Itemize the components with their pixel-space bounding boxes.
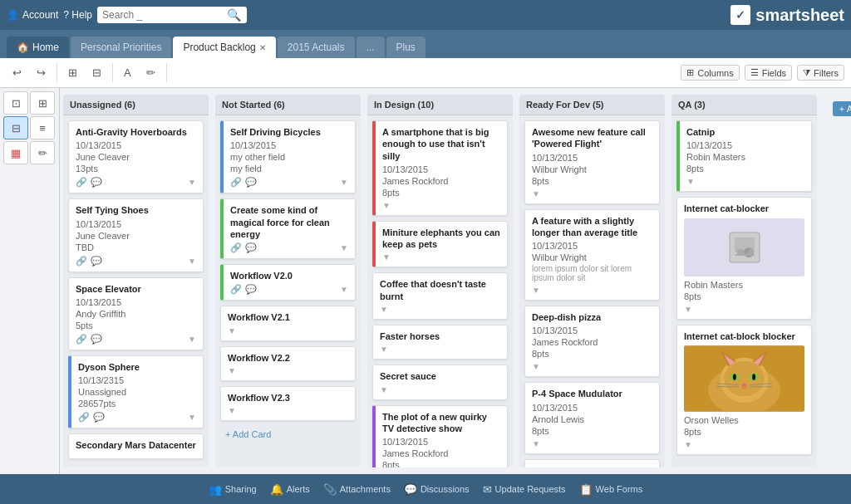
logo-text: smartsheet — [755, 6, 844, 25]
tab-home[interactable]: 🏠 Home — [7, 37, 69, 58]
undo-button[interactable]: ↩ — [7, 63, 27, 82]
card-catnip-dropdown[interactable]: ▼ — [686, 177, 695, 186]
card-internet-cat-blocker-dropdown[interactable]: ▼ — [684, 305, 692, 314]
card-coffee-dropdown[interactable]: ▼ — [380, 305, 388, 314]
toolbar-undo-section: ↩ ↪ — [7, 63, 57, 82]
discussions-button[interactable]: 💬 Discussions — [404, 483, 470, 496]
filters-button[interactable]: ⧩ Filters — [797, 65, 844, 81]
card-smartphone-person: James Rockford — [382, 176, 500, 186]
add-column-button[interactable]: + Ad — [833, 101, 851, 116]
fields-icon: ☰ — [750, 67, 759, 78]
lp-grid-button[interactable]: ⊟ — [3, 116, 28, 139]
card-secret-sauce-dropdown[interactable]: ▼ — [380, 385, 388, 394]
card-deep-dish-footer: ▼ — [532, 362, 652, 371]
card-internet-cat-blocker-title: Internet cat-blocker — [684, 203, 804, 214]
format-button-1[interactable]: A — [118, 63, 137, 82]
sharing-label: Sharing — [225, 484, 257, 494]
tab-personal-priorities[interactable]: Personal Priorities — [71, 37, 171, 58]
card-faster-horses-title: Faster horses — [380, 330, 500, 342]
tab-plus[interactable]: Plus — [386, 37, 426, 58]
search-input[interactable] — [102, 9, 227, 21]
card-longer-title-dropdown[interactable]: ▼ — [532, 286, 540, 295]
web-forms-button[interactable]: 📋 Web Forms — [579, 483, 643, 496]
fields-button[interactable]: ☰ Fields — [745, 65, 792, 81]
card-powered-flight-dropdown[interactable]: ▼ — [532, 189, 540, 198]
add-card-button[interactable]: + Add Card — [220, 426, 356, 443]
card-space-mudulator: P-4 Space Mudulator 10/13/2015 Arnold Le… — [524, 382, 660, 453]
card-deep-dish-dropdown[interactable]: ▼ — [532, 362, 540, 371]
card-space-elevator-person: Andy Griffith — [76, 309, 196, 319]
card-dyson-sphere-dropdown[interactable]: ▼ — [188, 413, 196, 422]
tab-product-backlog-label: Product Backlog — [183, 42, 255, 53]
card-tv-detective-title: The plot of a new quirky TV detective sh… — [382, 411, 500, 435]
lp-color-button[interactable]: ▦ — [3, 141, 28, 164]
card-faster-horses-dropdown[interactable]: ▼ — [380, 345, 388, 354]
lp-gantt-button[interactable]: ≡ — [30, 116, 55, 139]
columns-button[interactable]: ⊞ Columns — [681, 65, 739, 81]
tab-product-backlog-close[interactable]: ✕ — [259, 43, 266, 52]
lp-edit-button[interactable]: ✏ — [30, 141, 55, 164]
card-deep-dish-date: 10/13/2015 — [532, 325, 652, 335]
card-workflow-v21-dropdown[interactable]: ▼ — [228, 326, 236, 335]
card-anti-gravity-dropdown[interactable]: ▼ — [188, 178, 196, 187]
card-coffee-footer: ▼ — [380, 305, 500, 314]
card-space-elevator: Space Elevator 10/13/2015 Andy Griffith … — [68, 277, 204, 350]
card-longer-title: A feature with a slightly longer than av… — [524, 209, 660, 301]
card-self-driving-dropdown[interactable]: ▼ — [340, 178, 348, 187]
card-workflow-v22-title: Workflow V2.2 — [228, 352, 348, 364]
sharing-button[interactable]: 👥 Sharing — [209, 483, 257, 496]
card-powered-flight-person: Wilbur Wright — [532, 164, 652, 174]
card-workflow-v20-footer: 🔗💬 ▼ — [230, 284, 348, 295]
alerts-button[interactable]: 🔔 Alerts — [270, 483, 310, 496]
lp-move-button[interactable]: ⊞ — [30, 91, 55, 115]
card-powered-flight-footer: ▼ — [532, 189, 652, 198]
grid-view-button[interactable]: ⊞ — [62, 63, 83, 82]
kanban-view-button[interactable]: ⊟ — [86, 63, 107, 82]
update-requests-button[interactable]: ✉ Update Requests — [483, 483, 566, 496]
card-smartphone-dropdown[interactable]: ▼ — [382, 201, 391, 210]
card-tv-detective-date: 10/13/2015 — [382, 437, 500, 447]
column-qa: QA (3) Catnip 10/13/2015 Robin Masters 8… — [671, 95, 817, 467]
tab-product-backlog[interactable]: Product Backlog ✕ — [173, 37, 275, 58]
card-anti-gravity-title: Anti-Gravity Hoverboards — [76, 126, 196, 138]
card-internet-cat-block-blocker-dropdown[interactable]: ▼ — [684, 440, 692, 449]
lp-row-2: ⊟ ≡ — [3, 116, 56, 139]
tab-more[interactable]: ... — [357, 37, 385, 58]
card-workflow-v23-dropdown[interactable]: ▼ — [228, 406, 236, 415]
redo-button[interactable]: ↪ — [31, 63, 52, 82]
card-space-mudulator-dropdown[interactable]: ▼ — [532, 439, 540, 448]
toolbar: ↩ ↪ ⊞ ⊟ A ✏ ⊞ Columns ☰ Fields ⧩ Filters — [0, 58, 851, 88]
account-icon: 👤 — [7, 9, 19, 21]
toolbar-format-section: A ✏ — [118, 63, 167, 82]
card-tv-detective: The plot of a new quirky TV detective sh… — [372, 405, 508, 467]
card-self-tying-title: Self Tying Shoes — [76, 204, 196, 216]
discussions-icon: 💬 — [404, 483, 417, 496]
card-workflow-v20-dropdown[interactable]: ▼ — [340, 285, 348, 294]
card-elephants-dropdown[interactable]: ▼ — [382, 252, 391, 262]
logo-checkmark: ✓ — [730, 5, 750, 25]
attachments-button[interactable]: 📎 Attachments — [323, 483, 391, 496]
card-elephants-title: Miniture elephants you can keep as pets — [382, 227, 500, 251]
card-space-elevator-dropdown[interactable]: ▼ — [188, 335, 196, 344]
card-workflow-v21-footer: ▼ — [228, 326, 348, 335]
card-catnip-person: Robin Masters — [686, 152, 804, 162]
card-workflow-v22-dropdown[interactable]: ▼ — [228, 366, 236, 375]
card-self-tying-dropdown[interactable]: ▼ — [188, 257, 196, 266]
card-coffee: Coffee that doesn't taste burnt ▼ — [372, 272, 508, 320]
lp-select-button[interactable]: ⊡ — [3, 91, 28, 115]
card-workflow-v20: Workflow V2.0 🔗💬 ▼ — [220, 264, 356, 301]
tab-2015-actuals[interactable]: 2015 Actuals — [278, 37, 355, 58]
svg-point-14 — [733, 374, 736, 380]
search-bar[interactable]: 🔍 — [97, 7, 247, 23]
help-button[interactable]: ? Help — [63, 9, 92, 21]
card-secondary-mars: Secondary Mars Datacenter — [68, 433, 204, 459]
card-magical-force-dropdown[interactable]: ▼ — [340, 243, 348, 252]
card-self-driving-field2: my field — [230, 164, 348, 174]
smartsheet-logo: ✓ smartsheet — [730, 5, 844, 25]
toolbar-right: ⊞ Columns ☰ Fields ⧩ Filters — [681, 65, 844, 81]
card-workflow-v20-icons: 🔗💬 — [230, 284, 257, 295]
sharing-icon: 👥 — [209, 483, 222, 496]
attachments-icon: 📎 — [323, 483, 337, 496]
account-button[interactable]: 👤 Account — [7, 9, 58, 21]
format-button-2[interactable]: ✏ — [140, 63, 161, 82]
